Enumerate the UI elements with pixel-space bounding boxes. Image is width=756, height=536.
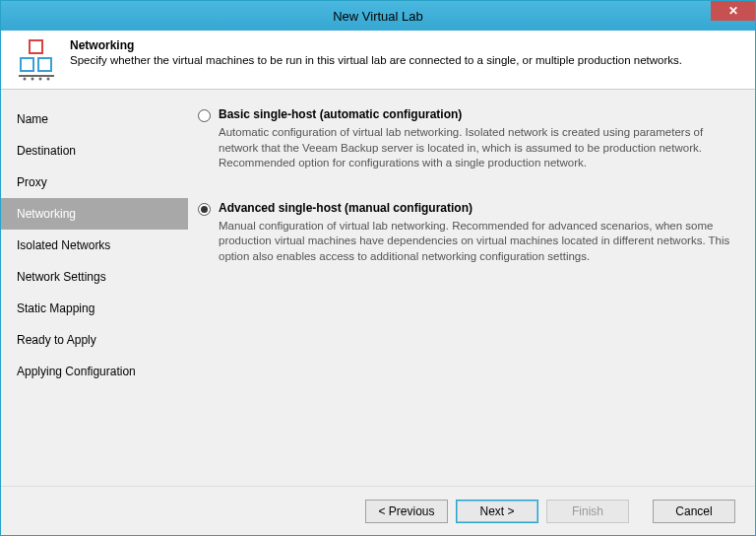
finish-button: Finish [546, 500, 629, 523]
sidebar-item-network-settings[interactable]: Network Settings [1, 261, 188, 293]
sidebar-item-name[interactable]: Name [1, 103, 188, 135]
sidebar-item-isolated-networks[interactable]: Isolated Networks [1, 230, 188, 261]
wizard-header: Networking Specify whether the virtual m… [1, 31, 755, 90]
svg-rect-0 [30, 40, 42, 53]
sidebar-item-destination[interactable]: Destination [1, 135, 188, 167]
header-subtitle: Specify whether the virtual machines to … [70, 54, 682, 66]
close-button[interactable]: ✕ [711, 1, 755, 21]
svg-rect-2 [38, 58, 51, 71]
radio-basic[interactable] [198, 109, 211, 122]
window-title: New Virtual Lab [333, 9, 423, 24]
option-basic-title: Basic single-host (automatic configurati… [219, 107, 731, 121]
svg-point-5 [32, 78, 34, 81]
svg-point-7 [47, 78, 50, 81]
option-advanced-text: Advanced single-host (manual configurati… [219, 201, 731, 265]
sidebar-item-networking[interactable]: Networking [1, 198, 188, 230]
close-icon: ✕ [728, 4, 738, 18]
svg-point-4 [24, 78, 27, 81]
cancel-button[interactable]: Cancel [653, 500, 735, 523]
networking-icon [15, 38, 58, 82]
option-basic[interactable]: Basic single-host (automatic configurati… [198, 107, 731, 171]
previous-button[interactable]: < Previous [365, 500, 448, 523]
header-text: Networking Specify whether the virtual m… [70, 38, 682, 66]
sidebar-item-ready-to-apply[interactable]: Ready to Apply [1, 324, 188, 356]
wizard-footer: < Previous Next > Finish Cancel [1, 486, 755, 535]
option-advanced-title: Advanced single-host (manual configurati… [219, 201, 731, 215]
radio-advanced[interactable] [198, 203, 211, 216]
option-basic-text: Basic single-host (automatic configurati… [219, 107, 731, 171]
svg-point-6 [39, 78, 42, 81]
titlebar: New Virtual Lab ✕ [1, 1, 755, 31]
svg-rect-1 [21, 58, 33, 71]
sidebar-item-applying-configuration[interactable]: Applying Configuration [1, 356, 188, 387]
wizard-body: Name Destination Proxy Networking Isolat… [1, 90, 755, 486]
header-title: Networking [70, 38, 682, 52]
option-advanced-desc: Manual configuration of virtual lab netw… [219, 219, 731, 265]
content-pane: Basic single-host (automatic configurati… [188, 90, 755, 486]
sidebar-item-proxy[interactable]: Proxy [1, 167, 188, 198]
next-button[interactable]: Next > [456, 500, 538, 523]
sidebar-item-static-mapping[interactable]: Static Mapping [1, 293, 188, 324]
option-basic-desc: Automatic configuration of virtual lab n… [219, 125, 731, 171]
wizard-sidebar: Name Destination Proxy Networking Isolat… [1, 90, 188, 486]
option-advanced[interactable]: Advanced single-host (manual configurati… [198, 201, 731, 265]
